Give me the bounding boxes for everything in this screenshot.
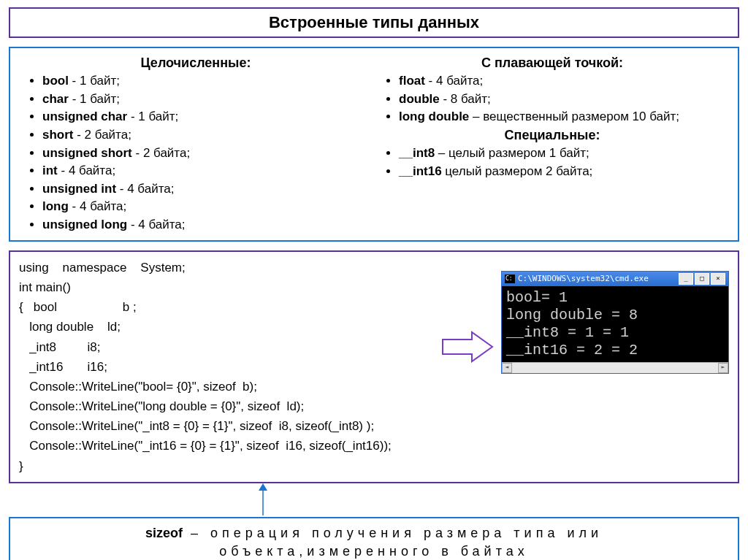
minimize-button[interactable]: _ xyxy=(679,273,693,285)
console-output: bool= 1 long double = 8 __int8 = 1 = 1 _… xyxy=(502,286,728,362)
special-list: __int8 – целый размером 1 байт; __int16 … xyxy=(374,145,730,180)
footer-text-2: объекта,измеренного в байтах xyxy=(219,544,528,559)
list-item: char - 1 байт; xyxy=(42,91,374,109)
list-item: long double – вещественный размером 10 б… xyxy=(399,108,730,126)
list-item: int - 4 байта; xyxy=(42,162,374,180)
console-window: C: C:\WINDOWS\system32\cmd.exe _ □ × boo… xyxy=(501,271,729,374)
footer-text-1: – операция получения размера типа или xyxy=(183,526,603,540)
list-item: __int8 – целый размером 1 байт; xyxy=(399,145,730,163)
list-item: double - 8 байт; xyxy=(399,91,730,109)
footer-note: sizeof – операция получения размера типа… xyxy=(9,517,739,560)
float-list: float - 4 байта; double - 8 байт; long d… xyxy=(374,72,730,126)
page-title: Встроенные типы данных xyxy=(9,7,739,38)
list-item: unsigned char - 1 байт; xyxy=(42,108,374,126)
console-titlebar: C: C:\WINDOWS\system32\cmd.exe _ □ × xyxy=(502,272,728,286)
close-button[interactable]: × xyxy=(711,273,725,285)
types-panel: Целочисленные: bool - 1 байт; char - 1 б… xyxy=(9,47,739,242)
list-item: bool - 1 байт; xyxy=(42,72,374,91)
scroll-right-icon[interactable]: ► xyxy=(718,363,728,373)
integer-types-col: Целочисленные: bool - 1 байт; char - 1 б… xyxy=(18,54,374,234)
float-header: С плавающей точкой: xyxy=(374,55,730,71)
arrow-right-icon xyxy=(441,331,494,363)
float-special-col: С плавающей точкой: float - 4 байта; dou… xyxy=(374,54,730,234)
integer-list: bool - 1 байт; char - 1 байт; unsigned c… xyxy=(18,72,374,234)
maximize-button[interactable]: □ xyxy=(695,273,709,285)
svg-marker-1 xyxy=(259,483,267,491)
list-item: unsigned short - 2 байта; xyxy=(42,145,374,163)
list-item: float - 4 байта; xyxy=(399,72,730,91)
scroll-left-icon[interactable]: ◄ xyxy=(502,363,512,373)
list-item: long - 4 байта; xyxy=(42,198,374,216)
list-item: unsigned long - 4 байта; xyxy=(42,216,374,234)
arrow-up-icon xyxy=(257,483,269,515)
console-scrollbar[interactable]: ◄ ► xyxy=(502,362,728,373)
list-item: unsigned int - 4 байта; xyxy=(42,180,374,199)
list-item: short - 2 байта; xyxy=(42,126,374,145)
code-area: using namespace System; int main() { boo… xyxy=(9,250,739,483)
list-item: __int16 целый размером 2 байта; xyxy=(399,163,730,181)
cmd-icon: C: xyxy=(505,275,515,283)
special-header: Специальные: xyxy=(374,128,730,143)
sizeof-keyword: sizeof xyxy=(145,526,183,540)
console-title: C:\WINDOWS\system32\cmd.exe xyxy=(518,272,679,286)
integer-header: Целочисленные: xyxy=(18,55,374,71)
